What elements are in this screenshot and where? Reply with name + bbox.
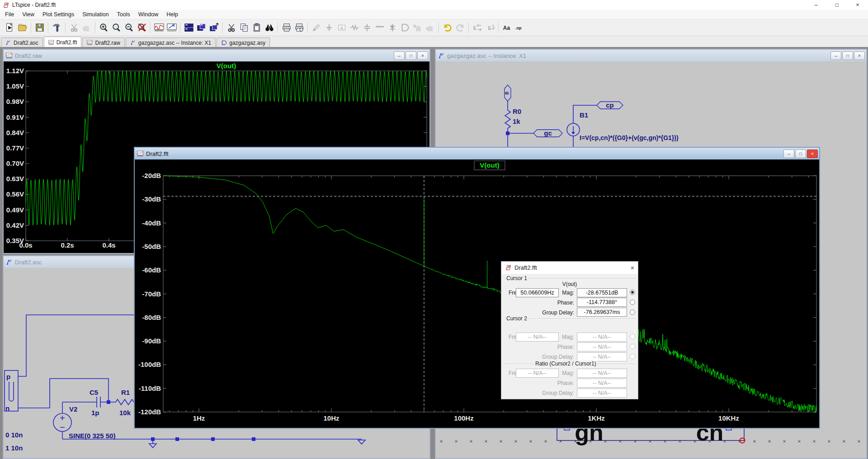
svg-text:.op: .op xyxy=(515,26,522,30)
svg-text:1Hz: 1Hz xyxy=(193,414,205,422)
capacitor-button[interactable] xyxy=(361,21,373,34)
raw-close-button[interactable]: × xyxy=(417,52,428,60)
instance-minimize-button[interactable]: – xyxy=(830,52,841,60)
svg-text:0.77V: 0.77V xyxy=(6,144,24,152)
cursor1-group-delay-radio[interactable] xyxy=(630,309,635,315)
svg-text:0.70V: 0.70V xyxy=(6,159,24,167)
ratio-phase-value[interactable]: -- N/A-- xyxy=(577,379,627,388)
move-tool-button[interactable]: S xyxy=(411,21,424,34)
fft-plot[interactable]: -20dB-30dB-40dB-50dB-60dB-70dB-80dB-90dB… xyxy=(135,159,819,428)
mirror-button[interactable]: E xyxy=(471,21,484,34)
instance-maximize-button[interactable]: □ xyxy=(842,52,853,60)
save-button[interactable] xyxy=(33,21,46,34)
tab-gazgazgaz-asc-instance-x1[interactable]: gazgazgaz.asc -- Instance: X1 xyxy=(126,37,216,47)
label-button[interactable]: A xyxy=(335,21,348,34)
cursor-trace-label: V(out) xyxy=(501,281,638,287)
open-button[interactable] xyxy=(16,21,29,34)
cursor-dialog-titlebar[interactable]: Draft2.fft × xyxy=(501,262,638,274)
cursor2-mag-value[interactable]: -- N/A-- xyxy=(577,333,627,342)
maximize-button[interactable]: □ xyxy=(826,0,847,10)
restore-windows-button[interactable] xyxy=(208,21,221,34)
net-label-gc: gc xyxy=(544,129,552,137)
inductor-button[interactable] xyxy=(373,21,386,34)
schematic-icon xyxy=(5,40,11,46)
run-button[interactable] xyxy=(4,21,16,34)
menu-plot-settings[interactable]: Plot Settings xyxy=(38,10,78,19)
raw-minimize-button[interactable]: – xyxy=(394,52,405,60)
cursor2-phase-radio[interactable] xyxy=(630,344,635,349)
svg-text:A: A xyxy=(340,26,344,30)
fft-close-button[interactable]: × xyxy=(807,150,818,158)
cursor1-mag-value[interactable]: -28.67551dB xyxy=(577,288,627,297)
waveform-icon xyxy=(137,150,144,157)
resistor-button[interactable] xyxy=(348,21,361,34)
menu-window[interactable]: Window xyxy=(134,10,162,19)
redo-button[interactable] xyxy=(454,21,467,34)
cursor1-group-delay-value[interactable]: -76.269637ms xyxy=(577,308,627,317)
move-button[interactable] xyxy=(80,21,93,34)
cursor2-mag-radio[interactable] xyxy=(630,334,635,339)
text-button[interactable]: Aa xyxy=(501,21,514,34)
instance-titlebar[interactable]: gazgazgaz.asc -- Instance: X1 – □ × xyxy=(436,50,866,61)
cursor2-group-delay-radio[interactable] xyxy=(630,354,635,359)
wire-button[interactable] xyxy=(310,21,323,34)
undo-button[interactable] xyxy=(441,21,454,34)
drag-tool-button[interactable] xyxy=(424,21,437,34)
svg-text:-90dB: -90dB xyxy=(142,337,161,345)
fft-titlebar[interactable]: Draft2.fft – □ × xyxy=(135,148,819,159)
zoom-full-button[interactable] xyxy=(136,21,148,34)
diode-button[interactable] xyxy=(386,21,399,34)
cut-button[interactable] xyxy=(225,21,238,34)
close-button[interactable]: × xyxy=(847,0,868,10)
component-button[interactable] xyxy=(399,21,411,34)
minimize-button[interactable]: – xyxy=(806,0,826,10)
tab-draft2-raw[interactable]: Draft2.raw xyxy=(82,37,124,47)
cursor-dialog-close-button[interactable]: × xyxy=(631,264,634,272)
ratio-section-label: Ratio (Cursor2 / Cursor1) xyxy=(534,361,598,367)
tab-draft2-asc[interactable]: Draft2.asc xyxy=(1,37,43,47)
menu-simulation[interactable]: Simulation xyxy=(78,10,113,19)
cut-schematic-button[interactable] xyxy=(68,21,80,34)
ratio-group-delay-value[interactable]: -- N/A-- xyxy=(577,389,627,398)
wire[interactable] xyxy=(50,379,108,408)
ground-symbol[interactable] xyxy=(149,444,156,448)
paste-button[interactable] xyxy=(250,21,263,34)
menu-view[interactable]: View xyxy=(18,10,38,19)
titlebar[interactable]: LTspice - Draft2.fft – □ × xyxy=(0,0,868,10)
control-panel-button[interactable] xyxy=(51,21,63,34)
spice-directive-button[interactable]: .op xyxy=(514,21,526,34)
plot-settings-button[interactable] xyxy=(165,21,178,34)
cursor1-phase-value[interactable]: -114.77388° xyxy=(577,298,627,307)
fft-maximize-button[interactable]: □ xyxy=(795,150,806,158)
cursor1-mag-radio[interactable] xyxy=(630,290,635,295)
ratio-mag-value[interactable]: -- N/A-- xyxy=(577,369,627,378)
print-button[interactable] xyxy=(280,21,293,34)
cursor1-phase-radio[interactable] xyxy=(630,300,635,305)
cursor2-phase-value[interactable]: -- N/A-- xyxy=(577,342,627,351)
zoom-out-button[interactable] xyxy=(123,21,136,34)
ground-symbol[interactable] xyxy=(358,440,365,444)
find-button[interactable] xyxy=(263,21,276,34)
print-preview-button[interactable] xyxy=(293,21,306,34)
raw-maximize-button[interactable]: □ xyxy=(406,52,416,60)
autorange-button[interactable] xyxy=(153,21,165,34)
rotate-button[interactable]: E xyxy=(484,21,496,34)
resistor-symbol[interactable] xyxy=(505,108,510,130)
fft-minimize-button[interactable]: – xyxy=(783,150,794,158)
port-label: g xyxy=(505,92,510,95)
copy-button[interactable] xyxy=(238,21,250,34)
res-value: 10k xyxy=(119,409,131,417)
zoom-in-button[interactable] xyxy=(98,21,110,34)
cursor2-group-delay-value[interactable]: -- N/A-- xyxy=(577,352,627,361)
raw-titlebar[interactable]: Draft2.raw – □ × xyxy=(4,50,429,61)
cascade-windows-button[interactable] xyxy=(195,21,208,34)
menu-help[interactable]: Help xyxy=(162,10,182,19)
tile-windows-button[interactable] xyxy=(183,21,195,34)
instance-close-button[interactable]: × xyxy=(854,52,865,60)
ground-button[interactable] xyxy=(323,21,335,34)
tab-draft2-fft[interactable]: Draft2.fft xyxy=(44,37,82,48)
menu-file[interactable]: File xyxy=(1,10,18,19)
tab-gazgazgaz-asy[interactable]: gazgazgaz.asy xyxy=(217,37,270,47)
menu-tools[interactable]: Tools xyxy=(113,10,134,19)
zoom-area-button[interactable] xyxy=(110,21,123,34)
